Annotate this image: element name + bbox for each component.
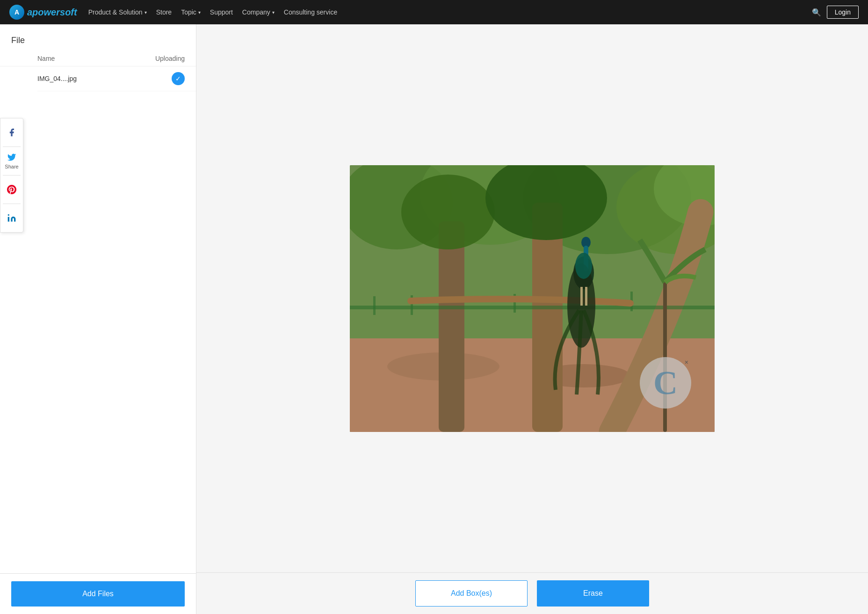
add-files-button[interactable]: Add Files: [11, 581, 185, 607]
login-button[interactable]: Login: [827, 6, 859, 19]
main-layout: Share File Name Uploading IMG_04....jpg …: [0, 24, 868, 614]
nav-right: 🔍 Login: [812, 6, 859, 19]
main-content: × C Add Box(es) Erase: [196, 24, 868, 614]
svg-point-12: [401, 175, 495, 249]
divider: [3, 204, 21, 204]
nav-items: Product & Solution ▾ Store Topic ▾ Suppo…: [88, 8, 801, 16]
image-area: × C: [196, 24, 868, 572]
watermark: × C: [640, 357, 691, 409]
watermark-close-icon[interactable]: ×: [685, 359, 688, 365]
divider: [3, 175, 21, 175]
nav-item-company[interactable]: Company ▾: [242, 8, 275, 16]
nav-item-store[interactable]: Store: [156, 8, 172, 16]
col-name: Name: [37, 55, 55, 62]
pinterest-icon[interactable]: [0, 179, 23, 200]
search-icon[interactable]: 🔍: [812, 8, 821, 17]
main-image: × C: [350, 165, 715, 432]
logo[interactable]: A apowersoft: [9, 5, 77, 20]
col-uploading: Uploading: [155, 55, 185, 62]
svg-point-23: [575, 253, 592, 279]
facebook-icon[interactable]: [0, 122, 23, 143]
file-list: IMG_04....jpg ✓: [0, 66, 196, 573]
watermark-letter: C: [653, 366, 678, 400]
divider: [3, 146, 21, 147]
nav-item-support[interactable]: Support: [210, 8, 233, 16]
share-label: Share: [5, 164, 18, 169]
logo-icon: A: [9, 5, 24, 20]
nav-item-topic[interactable]: Topic ▾: [181, 8, 201, 16]
svg-rect-24: [580, 287, 583, 306]
logo-text: apowersoft: [27, 7, 77, 18]
upload-check-icon: ✓: [172, 72, 185, 85]
sidebar-title: File: [0, 24, 196, 51]
erase-button[interactable]: Erase: [537, 580, 649, 607]
svg-rect-15: [373, 296, 376, 315]
chevron-down-icon: ▾: [272, 10, 275, 15]
svg-rect-10: [439, 221, 464, 432]
svg-point-0: [8, 214, 9, 216]
action-bar: Add Box(es) Erase: [196, 572, 868, 614]
file-name: IMG_04....jpg: [37, 75, 77, 82]
social-share-panel: Share: [0, 118, 23, 233]
add-boxes-button[interactable]: Add Box(es): [415, 580, 528, 607]
twitter-icon[interactable]: Share: [0, 151, 23, 171]
file-item: IMG_04....jpg ✓: [37, 66, 196, 91]
svg-rect-25: [585, 287, 587, 306]
image-wrapper: × C: [350, 165, 715, 432]
navbar: A apowersoft Product & Solution ▾ Store …: [0, 0, 868, 24]
svg-rect-14: [350, 306, 715, 309]
sidebar-footer: Add Files: [0, 573, 196, 614]
sidebar: Share File Name Uploading IMG_04....jpg …: [0, 24, 196, 614]
chevron-down-icon: ▾: [198, 10, 201, 15]
linkedin-icon[interactable]: [0, 208, 23, 228]
nav-item-consulting[interactable]: Consulting service: [284, 8, 337, 16]
file-list-header: Name Uploading: [0, 51, 196, 66]
watermark-circle: × C: [640, 357, 691, 409]
chevron-down-icon: ▾: [145, 10, 147, 15]
nav-item-product[interactable]: Product & Solution ▾: [88, 8, 147, 16]
